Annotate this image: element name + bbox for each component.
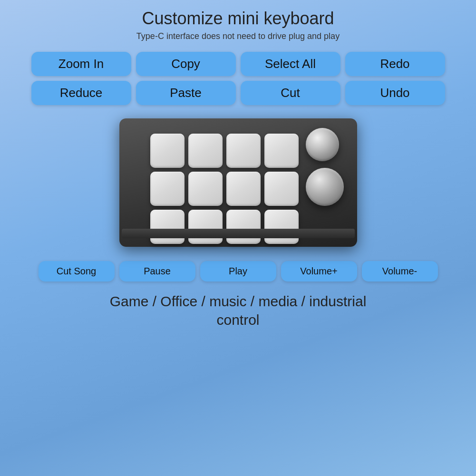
cut-button[interactable]: Cut <box>241 81 340 105</box>
key-3 <box>226 134 261 168</box>
select-all-button[interactable]: Select All <box>241 52 340 76</box>
key-10 <box>188 210 223 244</box>
cut-song-button[interactable]: Cut Song <box>39 261 115 282</box>
top-button-row: Zoom In Copy Select All Redo <box>31 52 445 76</box>
redo-button[interactable]: Redo <box>345 52 445 76</box>
play-button[interactable]: Play <box>200 261 276 282</box>
knobs-area <box>306 128 344 206</box>
page-title: Customize mini keyboard <box>142 9 334 29</box>
knob-top <box>306 128 339 161</box>
undo-button[interactable]: Undo <box>345 81 445 105</box>
footer-text: Game / Office / music / media / industri… <box>110 292 367 329</box>
paste-button[interactable]: Paste <box>136 81 236 105</box>
volume-minus-button[interactable]: Volume- <box>362 261 438 282</box>
knob-bottom <box>306 168 344 206</box>
keyboard-illustration <box>105 114 371 252</box>
key-4 <box>264 134 299 168</box>
copy-button[interactable]: Copy <box>136 52 236 76</box>
key-1 <box>150 134 185 168</box>
key-9 <box>150 210 185 244</box>
keys-area <box>150 134 299 244</box>
key-6 <box>188 172 223 206</box>
keyboard-bottom-strip <box>122 229 355 238</box>
page-subtitle: Type-C interface does not need to drive … <box>136 31 340 41</box>
key-7 <box>226 172 261 206</box>
key-2 <box>188 134 223 168</box>
pause-button[interactable]: Pause <box>119 261 195 282</box>
key-5 <box>150 172 185 206</box>
function-button-grid: Zoom In Copy Select All Redo Reduce Past… <box>31 52 445 105</box>
key-12 <box>264 210 299 244</box>
reduce-button[interactable]: Reduce <box>31 81 131 105</box>
bottom-button-row: Reduce Paste Cut Undo <box>31 81 445 105</box>
media-button-row: Cut Song Pause Play Volume+ Volume- <box>39 261 438 282</box>
volume-plus-button[interactable]: Volume+ <box>281 261 357 282</box>
keyboard-base <box>119 118 357 247</box>
key-11 <box>226 210 261 244</box>
zoom-in-button[interactable]: Zoom In <box>31 52 131 76</box>
key-8 <box>264 172 299 206</box>
